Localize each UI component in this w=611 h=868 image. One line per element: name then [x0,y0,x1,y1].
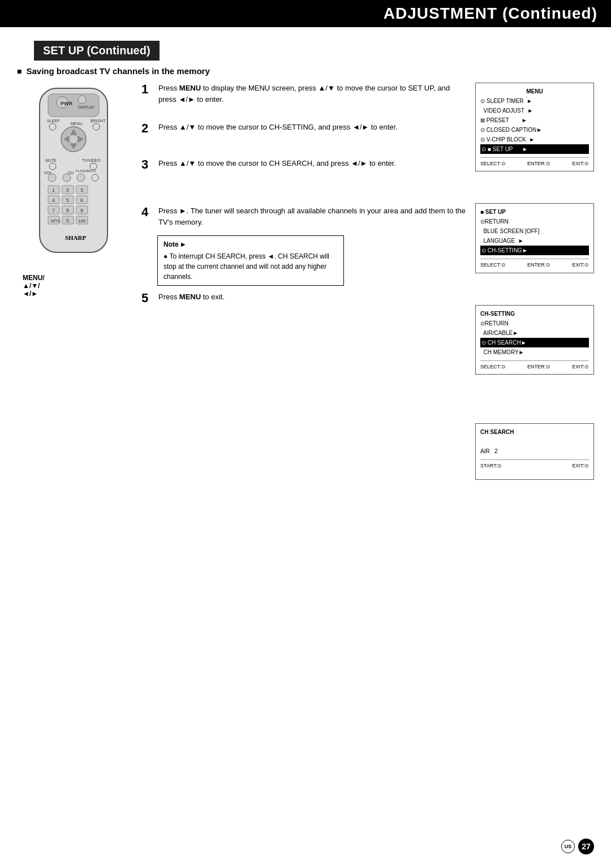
section-title: SET UP (Continued) [34,41,160,61]
screens-column: MENU ⊙ SLEEP TIMER ► VIDEO ADJUST ► ⊠ PR… [475,83,594,480]
svg-text:SHARP: SHARP [65,234,87,241]
header-title: ADJUSTMENT (Continued) [384,5,597,22]
svg-text:TV/VIDEO: TV/VIDEO [82,158,101,162]
step-2: 2 Press ▲/▼ to move the cursor to CH-SET… [141,122,466,135]
screen-3-content: CH-SETTING ⊙RETURN AIR/CABLE► ⊙ CH SEARC… [480,309,589,357]
screen-2: ■ SET UP ⊙RETURN BLUE SCREEN [OFF] LANGU… [475,203,594,273]
note-body: To interrupt CH SEARCH, press ◄. CH SEAR… [163,251,338,282]
svg-text:PWR: PWR [61,101,72,106]
svg-text:0: 0 [66,218,69,224]
screen-3: CH-SETTING ⊙RETURN AIR/CABLE► ⊙ CH SEARC… [475,305,594,375]
screen-4-content: CH SEARCH AIR 2 [480,427,589,456]
svg-text:4: 4 [52,197,55,203]
remote-control-image: PWR DISPLAY SLEEP BRIGHT MENU MUTE TV/ [28,83,119,269]
svg-point-25 [77,174,85,182]
screen-1-footer: SELECT:⊙ENTER:⊙EXIT:⊙ [480,157,589,167]
svg-text:MTS: MTS [51,218,61,224]
step-1-text: Press MENU to display the MENU screen, p… [158,83,466,105]
steps-and-screens: 1 Press MENU to display the MENU screen,… [141,83,594,480]
svg-text:DISPLAY: DISPLAY [78,105,94,109]
steps-column: 1 Press MENU to display the MENU screen,… [141,83,475,480]
note-header: Note [163,239,338,250]
step-4-text: Press ►. The tuner will search through a… [158,205,466,227]
screen-3-footer: SELECT:⊙ENTER:⊙EXIT:⊙ [480,360,589,371]
svg-point-24 [63,174,71,182]
svg-text:FLASHBACK: FLASHBACK [76,169,96,173]
step-1: 1 Press MENU to display the MENU screen,… [141,83,466,105]
screen-4-footer: START:⊙EXIT:⊙ [480,459,589,470]
us-badge: US [561,840,575,853]
page-number: 27 [578,839,594,854]
svg-text:6: 6 [80,197,83,203]
step-5: 5 Press MENU to exit. [141,291,466,305]
svg-point-23 [48,174,56,182]
screen-2-content: ■ SET UP ⊙RETURN BLUE SCREEN [OFF] LANGU… [480,207,589,255]
svg-point-4 [78,96,86,104]
step-3-number: 3 [141,158,154,171]
screen-4: CH SEARCH AIR 2 START:⊙EXIT:⊙ [475,423,594,480]
svg-text:2: 2 [66,187,69,193]
note-bullet-1: To interrupt CH SEARCH, press ◄. CH SEAR… [163,252,329,281]
left-column: PWR DISPLAY SLEEP BRIGHT MENU MUTE TV/ [17,83,130,480]
note-box: Note To interrupt CH SEARCH, press ◄. CH… [157,235,344,286]
step-3-text: Press ▲/▼ to move the cursor to CH SEARC… [158,158,396,169]
svg-text:5: 5 [66,197,69,203]
menu-label: MENU/ ▲/▼/ ◄/► [17,274,130,298]
svg-text:100: 100 [78,218,86,224]
step-5-number: 5 [141,291,154,305]
svg-point-16 [69,135,78,144]
svg-text:MUTE: MUTE [45,158,57,162]
step-5-text: Press MENU to exit. [158,291,225,303]
screen-1: MENU ⊙ SLEEP TIMER ► VIDEO ADJUST ► ⊠ PR… [475,83,594,171]
subsection-heading: Saving broadcast TV channels in the memo… [17,66,594,76]
step-4: 4 Press ►. The tuner will search through… [141,205,466,227]
svg-text:BRIGHT: BRIGHT [91,119,106,123]
svg-text:3: 3 [80,187,83,193]
screen-2-footer: SELECT:⊙ENTER:⊙EXIT:⊙ [480,259,589,269]
svg-text:9: 9 [80,208,83,213]
page-footer: US 27 [561,839,594,854]
page-header: ADJUSTMENT (Continued) [0,0,611,27]
subsection-text: Saving broadcast TV channels in the memo… [26,66,209,76]
right-column: 1 Press MENU to display the MENU screen,… [141,83,594,480]
screen-1-content: MENU ⊙ SLEEP TIMER ► VIDEO ADJUST ► ⊠ PR… [480,87,589,154]
svg-text:8: 8 [66,208,69,213]
svg-text:MENU: MENU [71,122,83,126]
step-2-number: 2 [141,122,154,135]
step-4-number: 4 [141,205,154,219]
main-content: PWR DISPLAY SLEEP BRIGHT MENU MUTE TV/ [17,83,594,480]
svg-text:SLEEP: SLEEP [47,119,60,123]
step-2-text: Press ▲/▼ to move the cursor to CH-SETTI… [158,122,398,133]
step-1-number: 1 [141,83,154,96]
svg-text:7: 7 [52,208,55,213]
step-3: 3 Press ▲/▼ to move the cursor to CH SEA… [141,158,466,171]
section-title-wrap: SET UP (Continued) [17,34,594,61]
svg-text:1: 1 [52,187,55,193]
